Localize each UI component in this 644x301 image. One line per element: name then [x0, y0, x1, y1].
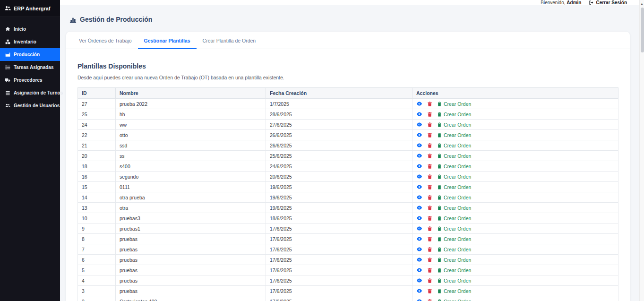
- table-row: 22 otto 26/6/2025 Crear Orden: [78, 130, 618, 140]
- cell-id: 27: [78, 99, 116, 109]
- sidebar-item-inicio[interactable]: Inicio: [0, 23, 60, 35]
- crear-orden-link[interactable]: Crear Orden: [437, 112, 471, 117]
- trash-icon[interactable]: [427, 153, 432, 159]
- cell-nombre: ww: [116, 120, 266, 130]
- logout-button[interactable]: Cerrar Sesión: [589, 0, 627, 5]
- trash-icon[interactable]: [427, 195, 432, 200]
- trash-icon[interactable]: [427, 278, 432, 284]
- view-icon[interactable]: [416, 142, 422, 148]
- crear-orden-link[interactable]: Crear Orden: [437, 288, 471, 294]
- trash-icon[interactable]: [427, 226, 432, 232]
- crear-orden-link[interactable]: Crear Orden: [437, 257, 471, 263]
- sidebar-item-proveedores[interactable]: Proveedores: [0, 74, 60, 86]
- sidebar-item-inventario[interactable]: Inventario: [0, 35, 60, 48]
- crear-orden-link[interactable]: Crear Orden: [437, 132, 471, 138]
- clipboard-icon: [437, 247, 442, 252]
- crear-orden-link[interactable]: Crear Orden: [437, 195, 471, 200]
- cell-nombre: otra: [116, 203, 266, 213]
- crear-orden-link[interactable]: Crear Orden: [437, 226, 471, 232]
- cell-nombre: prueba 2022: [116, 99, 266, 109]
- sidebar-item-turnos[interactable]: Asignación de Turnos: [0, 86, 60, 99]
- view-icon[interactable]: [416, 236, 422, 242]
- crear-orden-link[interactable]: Crear Orden: [437, 278, 471, 284]
- cell-id: 7: [78, 244, 116, 255]
- view-icon[interactable]: [416, 173, 422, 180]
- crear-orden-link[interactable]: Crear Orden: [437, 174, 471, 180]
- cell-id: 8: [78, 234, 116, 244]
- clipboard-icon: [437, 205, 442, 211]
- view-icon[interactable]: [416, 225, 422, 232]
- view-icon[interactable]: [416, 257, 422, 263]
- col-header-id: ID: [78, 88, 116, 99]
- crear-orden-link[interactable]: Crear Orden: [437, 122, 471, 128]
- view-icon[interactable]: [416, 101, 422, 107]
- crear-orden-link[interactable]: Crear Orden: [437, 247, 471, 252]
- trash-icon[interactable]: [427, 101, 432, 107]
- scroll-up-arrow[interactable]: ▲: [640, 0, 644, 6]
- crear-orden-link[interactable]: Crear Orden: [437, 143, 471, 148]
- view-icon[interactable]: [416, 194, 422, 200]
- view-icon[interactable]: [416, 121, 422, 128]
- trash-icon[interactable]: [427, 132, 432, 138]
- cell-nombre: ss: [116, 151, 266, 161]
- crear-orden-link[interactable]: Crear Orden: [437, 205, 471, 211]
- trash-icon[interactable]: [427, 205, 432, 211]
- crear-orden-link[interactable]: Crear Orden: [437, 101, 471, 107]
- clipboard-icon: [437, 215, 442, 221]
- trash-icon[interactable]: [427, 163, 432, 169]
- crear-orden-link[interactable]: Crear Orden: [437, 215, 471, 221]
- trash-icon[interactable]: [427, 122, 432, 128]
- col-header-fecha: Fecha Creación: [266, 88, 412, 99]
- clipboard-icon: [437, 195, 442, 200]
- scrollbar[interactable]: ▲: [639, 0, 644, 301]
- crear-orden-link[interactable]: Crear Orden: [437, 236, 471, 242]
- cell-id: 9: [78, 224, 116, 234]
- trash-icon[interactable]: [427, 247, 432, 252]
- view-icon[interactable]: [416, 163, 422, 169]
- trash-icon[interactable]: [427, 236, 432, 242]
- view-icon[interactable]: [416, 246, 422, 252]
- clipboard-icon: [437, 236, 442, 242]
- page-header: Gestión de Producción: [69, 16, 630, 23]
- trash-icon[interactable]: [427, 288, 432, 294]
- brand: ERP Anhergraf: [0, 0, 60, 17]
- crear-orden-link[interactable]: Crear Orden: [437, 299, 471, 301]
- sidebar-item-tareas[interactable]: Tareas Asignadas: [0, 61, 60, 74]
- trash-icon[interactable]: [427, 112, 432, 117]
- clipboard-icon: [437, 288, 442, 294]
- crear-orden-link[interactable]: Crear Orden: [437, 163, 471, 169]
- view-icon[interactable]: [416, 184, 422, 190]
- view-icon[interactable]: [416, 277, 422, 284]
- view-icon[interactable]: [416, 215, 422, 221]
- crear-orden-link[interactable]: Crear Orden: [437, 153, 471, 159]
- view-icon[interactable]: [416, 267, 422, 273]
- view-icon[interactable]: [416, 205, 422, 211]
- cell-nombre: pruebas: [116, 255, 266, 265]
- logout-icon: [589, 0, 594, 5]
- view-icon[interactable]: [416, 298, 422, 301]
- sidebar-item-usuarios[interactable]: Gestión de Usuarios: [0, 99, 60, 112]
- view-icon[interactable]: [416, 288, 422, 294]
- trash-icon[interactable]: [427, 267, 432, 273]
- crear-orden-link[interactable]: Crear Orden: [437, 184, 471, 190]
- sidebar-item-produccion[interactable]: Producción: [0, 48, 60, 61]
- tab-ver-ordenes[interactable]: Ver Órdenes de Trabajo: [73, 32, 138, 49]
- trash-icon[interactable]: [427, 143, 432, 148]
- trash-icon[interactable]: [427, 174, 432, 180]
- view-icon[interactable]: [416, 111, 422, 117]
- trash-icon[interactable]: [427, 184, 432, 190]
- trash-icon[interactable]: [427, 257, 432, 263]
- tab-crear-plantilla[interactable]: Crear Plantilla de Orden: [197, 32, 262, 49]
- cell-fecha: 24/6/2025: [266, 161, 412, 172]
- cell-id: 4: [78, 275, 116, 286]
- trash-icon[interactable]: [427, 299, 432, 301]
- scrollbar-thumb[interactable]: [641, 8, 644, 52]
- crear-orden-link[interactable]: Crear Orden: [437, 267, 471, 273]
- cell-id: 2: [78, 296, 116, 301]
- trash-icon[interactable]: [427, 215, 432, 221]
- view-icon[interactable]: [416, 153, 422, 159]
- table-row: 24 ww 27/6/2025 Crear Orden: [78, 120, 618, 130]
- view-icon[interactable]: [416, 132, 422, 138]
- tab-gestionar-plantillas[interactable]: Gestionar Plantillas: [138, 32, 197, 49]
- cell-fecha: 19/6/2025: [266, 192, 412, 203]
